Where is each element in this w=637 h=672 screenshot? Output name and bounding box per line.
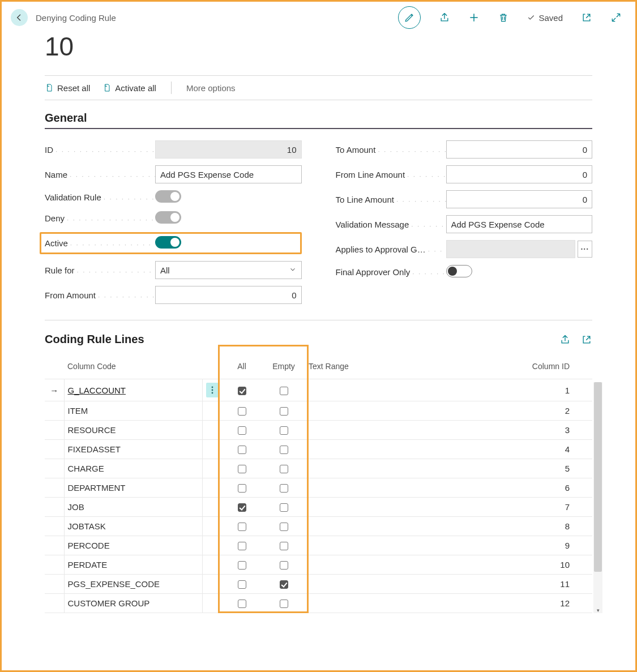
cell-empty-checkbox[interactable]	[280, 446, 288, 454]
cell-all-checkbox[interactable]	[238, 600, 246, 608]
cell-all-checkbox[interactable]	[238, 580, 246, 589]
scrollbar-thumb[interactable]	[594, 382, 602, 572]
table-row[interactable]: →G_LACCOUNT1	[45, 379, 592, 401]
cell-all-checkbox[interactable]	[238, 407, 246, 416]
field-id: ID	[45, 140, 302, 159]
cell-all-checkbox[interactable]	[238, 542, 246, 550]
name-input[interactable]	[155, 165, 302, 183]
cell-column-code[interactable]: JOB	[68, 502, 84, 512]
from-line-amount-input[interactable]	[446, 165, 593, 183]
cell-column-code[interactable]: ITEM	[68, 406, 88, 416]
table-row[interactable]: PERDATE10	[45, 555, 592, 575]
cell-column-code[interactable]: CUSTOMER GROUP	[68, 598, 150, 608]
col-header-empty[interactable]: Empty	[262, 356, 305, 379]
cell-column-code[interactable]: PERCODE	[68, 541, 110, 550]
cell-column-code[interactable]: PGS_EXPENSE_CODE	[68, 579, 160, 589]
table-scrollbar[interactable]: ▾	[593, 382, 602, 613]
popout-button[interactable]	[581, 12, 592, 23]
cell-empty-checkbox[interactable]	[280, 407, 288, 416]
table-row[interactable]: CUSTOMER GROUP12	[45, 594, 592, 613]
active-toggle[interactable]	[155, 236, 181, 249]
table-row[interactable]: RESOURCE3	[45, 421, 592, 440]
table-row[interactable]: FIXEDASSET4	[45, 440, 592, 459]
cell-empty-checkbox[interactable]	[280, 600, 288, 608]
more-options-button[interactable]: More options	[186, 83, 236, 93]
cell-column-code[interactable]: DEPARTMENT	[68, 483, 126, 493]
cell-empty-checkbox[interactable]	[280, 387, 288, 395]
table-row[interactable]: JOB7	[45, 498, 592, 517]
edit-button[interactable]	[398, 6, 421, 29]
table-row[interactable]: ITEM2	[45, 401, 592, 421]
cell-all-checkbox[interactable]	[238, 446, 246, 454]
cell-empty-checkbox[interactable]	[280, 484, 288, 493]
table-row[interactable]: JOBTASK8	[45, 517, 592, 536]
cell-text-range[interactable]	[305, 401, 486, 421]
cell-all-checkbox[interactable]	[238, 523, 246, 531]
back-button[interactable]	[11, 9, 28, 26]
cell-empty-checkbox[interactable]	[280, 503, 288, 512]
cell-column-code[interactable]: PERDATE	[68, 560, 108, 570]
lines-section-header: Coding Rule Lines	[45, 333, 592, 346]
validation-rule-toggle[interactable]	[155, 190, 181, 203]
lines-popout-button[interactable]	[581, 334, 592, 345]
cell-text-range[interactable]	[305, 594, 486, 613]
table-row[interactable]: PGS_EXPENSE_CODE11	[45, 575, 592, 594]
cell-text-range[interactable]	[305, 498, 486, 517]
cell-all-checkbox[interactable]	[238, 484, 246, 493]
applies-to-lookup-button[interactable]: ···	[578, 241, 592, 258]
table-row[interactable]: PERCODE9	[45, 536, 592, 555]
from-amount-input[interactable]	[155, 286, 302, 304]
field-from-line-amount: From Line Amount	[336, 165, 593, 183]
lines-share-button[interactable]	[559, 334, 571, 345]
cell-empty-checkbox[interactable]	[280, 580, 288, 589]
cell-all-checkbox[interactable]	[238, 426, 246, 435]
cell-all-checkbox[interactable]	[238, 503, 246, 512]
deny-toggle[interactable]	[155, 211, 181, 224]
cell-column-code[interactable]: RESOURCE	[68, 425, 116, 435]
cell-empty-checkbox[interactable]	[280, 523, 288, 531]
col-header-code[interactable]: Column Code	[64, 356, 202, 379]
cell-column-code[interactable]: FIXEDASSET	[68, 444, 121, 454]
cell-empty-checkbox[interactable]	[280, 561, 288, 570]
to-amount-input[interactable]	[446, 140, 593, 159]
field-validation-message: Validation Message	[336, 215, 593, 233]
cell-text-range[interactable]	[305, 459, 486, 478]
final-approver-toggle[interactable]	[446, 265, 472, 277]
cell-text-range[interactable]	[305, 440, 486, 459]
cell-column-code[interactable]: JOBTASK	[68, 521, 106, 531]
scrollbar-down-icon[interactable]: ▾	[593, 607, 602, 613]
cell-text-range[interactable]	[305, 421, 486, 440]
cell-all-checkbox[interactable]	[238, 387, 246, 395]
reset-all-button[interactable]: Reset all	[45, 83, 90, 93]
col-header-text-range[interactable]: Text Range	[305, 356, 486, 379]
table-row[interactable]: DEPARTMENT6	[45, 478, 592, 498]
cell-text-range[interactable]	[305, 575, 486, 594]
col-header-all[interactable]: All	[221, 356, 262, 379]
cell-text-range[interactable]	[305, 379, 486, 401]
activate-all-button[interactable]: Activate all	[102, 83, 156, 93]
rule-for-select[interactable]: All	[155, 261, 302, 279]
cell-text-range[interactable]	[305, 555, 486, 575]
svg-point-2	[211, 392, 213, 394]
col-header-column-id[interactable]: Column ID	[486, 356, 582, 379]
cell-all-checkbox[interactable]	[238, 561, 246, 570]
share-button[interactable]	[439, 12, 450, 23]
breadcrumb: Denying Coding Rule	[36, 13, 116, 23]
delete-button[interactable]	[498, 12, 509, 23]
row-more-button[interactable]	[206, 383, 219, 397]
lines-table-wrap: Column Code All Empty Text Range Column …	[2, 346, 635, 613]
cell-text-range[interactable]	[305, 478, 486, 498]
table-row[interactable]: CHARGE5	[45, 459, 592, 478]
cell-all-checkbox[interactable]	[238, 465, 246, 473]
cell-column-code[interactable]: G_LACCOUNT	[68, 386, 126, 395]
cell-empty-checkbox[interactable]	[280, 426, 288, 435]
cell-text-range[interactable]	[305, 517, 486, 536]
cell-column-code[interactable]: CHARGE	[68, 464, 104, 473]
cell-empty-checkbox[interactable]	[280, 542, 288, 550]
new-button[interactable]	[468, 12, 480, 23]
validation-message-input[interactable]	[446, 215, 593, 233]
cell-text-range[interactable]	[305, 536, 486, 555]
maximize-button[interactable]	[610, 12, 622, 23]
cell-empty-checkbox[interactable]	[280, 465, 288, 473]
to-line-amount-input[interactable]	[446, 190, 593, 208]
